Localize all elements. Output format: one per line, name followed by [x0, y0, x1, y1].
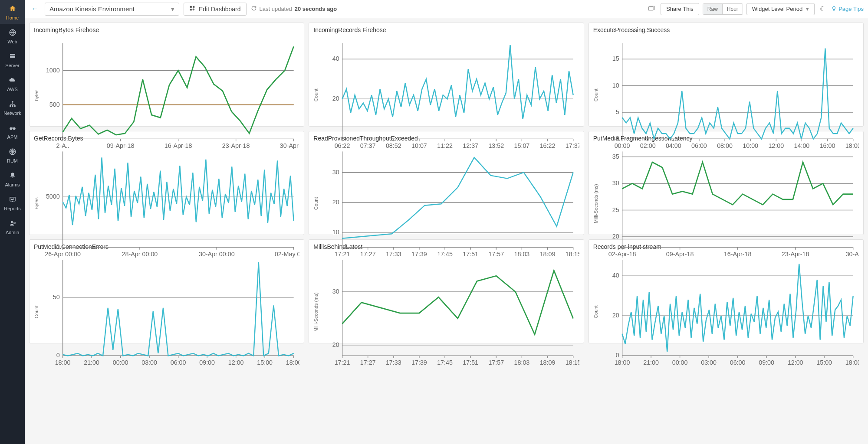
edit-dashboard-label: Edit Dashboard [199, 6, 241, 13]
chart-plot: 2040 06:2207:3708:5210:0711:2212:3713:52… [319, 36, 579, 154]
chart-title: ExecuteProcessing.Success [589, 23, 863, 34]
edit-dashboard-button[interactable]: Edit Dashboard [184, 3, 247, 16]
svg-text:0: 0 [615, 135, 619, 142]
svg-rect-9 [12, 127, 13, 128]
sidebar-item-admin[interactable]: Admin [0, 215, 25, 238]
share-button[interactable]: Share This [661, 3, 699, 15]
sidebar-item-server[interactable]: Server [0, 48, 25, 72]
sidebar-item-network[interactable]: Network [0, 95, 25, 119]
home-icon [8, 5, 17, 13]
svg-rect-16 [190, 9, 192, 10]
svg-point-12 [11, 221, 13, 223]
bell-icon [8, 172, 17, 180]
chart-card-read-provisioned-throughput-exceeded[interactable]: ReadProvisionedThroughputExceeded Count … [309, 131, 584, 235]
chart-plot: 02040 18:0021:0000:0003:0006:0009:0012:0… [598, 253, 859, 371]
sidebar-item-aws[interactable]: AWS [0, 72, 25, 95]
svg-rect-14 [190, 6, 192, 8]
raw-button[interactable]: Raw [703, 4, 722, 14]
sidebar-item-alarms[interactable]: Alarms [0, 167, 25, 191]
chart-card-putmedia-connection-errors[interactable]: PutMedia.ConnectionErrors Count 050 18:0… [29, 239, 304, 343]
sidebar-item-web[interactable]: Web [0, 24, 25, 48]
world-icon [8, 148, 17, 157]
sidebar-item-label: APM [7, 134, 18, 140]
environment-label: Amazon Kinesis Environment [49, 5, 135, 13]
svg-text:20: 20 [332, 199, 339, 206]
svg-text:35: 35 [612, 153, 619, 160]
share-label: Share This [666, 6, 694, 12]
svg-text:17:45: 17:45 [437, 359, 453, 366]
svg-text:18:00: 18:00 [286, 359, 300, 366]
page-tips-label: Page Tips [838, 6, 864, 12]
svg-text:18:00: 18:00 [845, 359, 859, 366]
page-tips[interactable]: Page Tips [831, 6, 864, 13]
report-icon [8, 196, 17, 204]
sidebar-item-reports[interactable]: Reports [0, 191, 25, 215]
svg-text:20: 20 [612, 312, 619, 319]
display-icon[interactable] [646, 3, 657, 15]
y-axis-label: Count [593, 253, 598, 371]
svg-text:17:39: 17:39 [411, 359, 427, 366]
y-axis-label: Count [593, 36, 598, 154]
sidebar-item-rum[interactable]: RUM [0, 143, 25, 167]
refresh-icon[interactable] [251, 5, 257, 13]
svg-text:40: 40 [612, 272, 619, 279]
admin-icon [8, 219, 17, 228]
svg-text:0: 0 [615, 352, 619, 359]
sidebar-item-label: Reports [4, 206, 21, 211]
chart-card-millis-behind-latest[interactable]: MillisBehindLatest Milli-Seconds (ms) 20… [309, 239, 584, 343]
svg-text:18:15: 18:15 [566, 359, 579, 366]
svg-text:5: 5 [615, 108, 619, 115]
last-updated-prefix: Last updated [260, 6, 292, 12]
server-icon [8, 52, 17, 61]
back-arrow-icon[interactable]: ← [29, 4, 40, 13]
chevron-down-icon: ▾ [806, 6, 809, 12]
chart-plot: 051015 00:0002:0004:0006:0008:0010:0012:… [598, 36, 859, 154]
sidebar-item-label: AWS [7, 87, 18, 92]
svg-text:30: 30 [332, 169, 339, 176]
chart-card-execute-processing-success[interactable]: ExecuteProcessing.Success Count 051015 0… [589, 23, 864, 127]
svg-text:20: 20 [332, 95, 339, 102]
svg-text:30: 30 [612, 180, 619, 186]
chart-card-incoming-records-firehose[interactable]: IncomingRecords Firehose Count 2040 06:2… [309, 23, 584, 127]
svg-text:00:00: 00:00 [113, 359, 128, 366]
sidebar-item-apm[interactable]: APM [0, 119, 25, 143]
svg-text:09:00: 09:00 [759, 359, 774, 366]
svg-text:20: 20 [332, 341, 339, 348]
svg-text:40: 40 [332, 55, 339, 62]
svg-text:03:00: 03:00 [701, 359, 717, 366]
svg-rect-15 [193, 6, 194, 8]
chart-card-incoming-bytes-firehose[interactable]: IncomingBytes Firehose bytes 5001000 2-A… [29, 23, 304, 127]
svg-text:06:00: 06:00 [730, 359, 745, 366]
sidebar-item-label: Home [6, 15, 19, 20]
topbar: ← Amazon Kinesis Environment ▾ Edit Dash… [25, 0, 868, 18]
widget-period-select[interactable]: Widget Level Period ▾ [746, 3, 815, 15]
svg-text:09:00: 09:00 [199, 359, 215, 366]
svg-text:17:51: 17:51 [463, 359, 479, 366]
chart-plot: 05000 26-Apr 00:0028-Apr 00:0030-Apr 00:… [39, 144, 299, 263]
svg-rect-1 [10, 54, 15, 56]
svg-text:30: 30 [332, 288, 339, 295]
svg-rect-3 [12, 101, 13, 102]
binoculars-icon [8, 124, 17, 133]
svg-point-8 [13, 127, 15, 130]
y-axis-label: Count [34, 253, 39, 371]
chart-card-records-per-input-stream[interactable]: Records per input stream Count 02040 18:… [589, 239, 864, 343]
widget-period-label: Widget Level Period [752, 6, 802, 12]
svg-text:1000: 1000 [46, 67, 60, 74]
environment-select[interactable]: Amazon Kinesis Environment ▾ [45, 3, 179, 16]
sidebar-item-home[interactable]: Home [0, 0, 25, 24]
chart-card-putmedia-fragment-ingestion-latency[interactable]: PutMedia.FragmentIngestionLatency Milli-… [589, 131, 864, 235]
grid-plus-icon [189, 5, 195, 13]
network-icon [8, 100, 17, 109]
hour-button[interactable]: Hour [722, 4, 743, 14]
sidebar-item-label: Admin [6, 230, 19, 235]
svg-text:12:00: 12:00 [787, 359, 803, 366]
svg-text:17:27: 17:27 [360, 359, 376, 366]
svg-rect-5 [12, 105, 13, 107]
chart-plot: 5001000 2-A..09-Apr-1816-Apr-1823-Apr-18… [39, 36, 299, 154]
y-axis-label: Bytes [34, 144, 39, 263]
moon-icon[interactable]: ☾ [818, 3, 828, 15]
main: ← Amazon Kinesis Environment ▾ Edit Dash… [25, 0, 868, 444]
lightbulb-icon [831, 6, 837, 13]
chart-card-getrecords-bytes[interactable]: GetRecords.Bytes Bytes 05000 26-Apr 00:0… [29, 131, 304, 235]
